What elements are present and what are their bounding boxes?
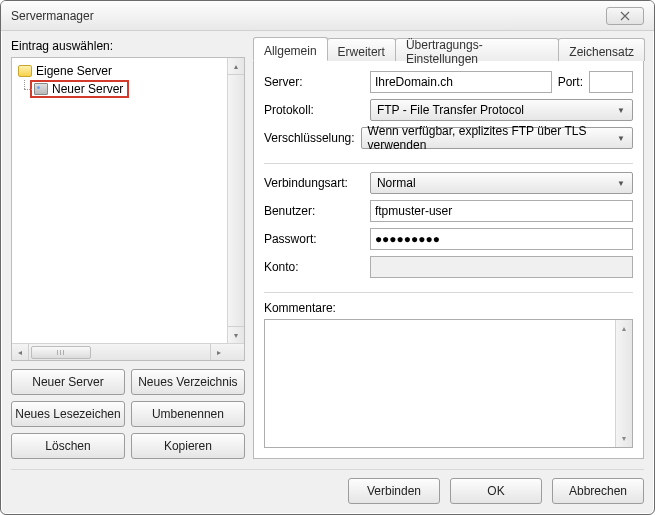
tab-general[interactable]: Allgemein	[253, 37, 328, 61]
server-icon	[34, 83, 48, 95]
tab-transfer-settings[interactable]: Übertragungs-Einstellungen	[395, 38, 559, 61]
close-icon	[619, 11, 631, 21]
server-tree-container: Eigene Server Neuer Server ▴ ▾	[11, 57, 245, 361]
servermanager-window: Servermanager Eintrag auswählen: Eigene …	[0, 0, 655, 515]
delete-button[interactable]: Löschen	[11, 433, 125, 459]
scroll-right-icon[interactable]: ▸	[210, 344, 227, 360]
connection-type-value: Normal	[377, 176, 416, 190]
connection-type-select[interactable]: Normal ▼	[370, 172, 633, 194]
chevron-down-icon: ▼	[614, 100, 628, 120]
tree-horizontal-scrollbar[interactable]: ◂ III ▸	[12, 343, 244, 360]
scroll-down-icon[interactable]: ▾	[616, 430, 632, 447]
password-input[interactable]	[370, 228, 633, 250]
selected-highlight: Neuer Server	[30, 80, 129, 98]
ok-button[interactable]: OK	[450, 478, 542, 504]
server-input[interactable]	[370, 71, 552, 93]
scroll-up-icon[interactable]: ▴	[228, 58, 244, 75]
separator	[264, 292, 633, 293]
tab-charset[interactable]: Zeichensatz	[558, 38, 645, 61]
comments-label: Kommentare:	[264, 301, 633, 315]
encryption-value: Wenn verfügbar, explizites FTP über TLS …	[368, 124, 614, 152]
scroll-down-icon[interactable]: ▾	[228, 326, 244, 343]
copy-button[interactable]: Kopieren	[131, 433, 245, 459]
user-input[interactable]	[370, 200, 633, 222]
rename-button[interactable]: Umbenennen	[131, 401, 245, 427]
window-title: Servermanager	[11, 1, 94, 31]
separator	[264, 163, 633, 164]
tree-item-label: Neuer Server	[52, 82, 123, 96]
footer-separator	[11, 469, 644, 470]
scroll-left-icon[interactable]: ◂	[12, 344, 29, 360]
connect-button[interactable]: Verbinden	[348, 478, 440, 504]
new-server-button[interactable]: Neuer Server	[11, 369, 125, 395]
tab-bar: Allgemein Erweitert Übertragungs-Einstel…	[253, 37, 644, 61]
tab-advanced[interactable]: Erweitert	[327, 38, 396, 61]
protocol-label: Protokoll:	[264, 103, 364, 117]
comments-textarea[interactable]: ▴ ▾	[264, 319, 633, 448]
protocol-value: FTP - File Transfer Protocol	[377, 103, 524, 117]
dialog-footer: Verbinden OK Abbrechen	[11, 478, 644, 504]
server-label: Server:	[264, 75, 364, 89]
scroll-up-icon[interactable]: ▴	[616, 320, 632, 337]
connection-type-label: Verbindungsart:	[264, 176, 364, 190]
tree-item-new-server[interactable]: Neuer Server	[14, 80, 242, 98]
chevron-down-icon: ▼	[614, 173, 628, 193]
tree-root-label: Eigene Server	[36, 64, 112, 78]
titlebar: Servermanager	[1, 1, 654, 31]
close-button[interactable]	[606, 7, 644, 25]
hscroll-thumb[interactable]: III	[31, 346, 91, 359]
encryption-label: Verschlüsselung:	[264, 131, 355, 145]
tree-root-own-servers[interactable]: Eigene Server	[14, 62, 242, 80]
account-label: Konto:	[264, 260, 364, 274]
protocol-select[interactable]: FTP - File Transfer Protocol ▼	[370, 99, 633, 121]
cancel-button[interactable]: Abbrechen	[552, 478, 644, 504]
new-folder-button[interactable]: Neues Verzeichnis	[131, 369, 245, 395]
port-input[interactable]	[589, 71, 633, 93]
left-panel: Eintrag auswählen: Eigene Server Neuer S…	[11, 37, 245, 459]
encryption-select[interactable]: Wenn verfügbar, explizites FTP über TLS …	[361, 127, 633, 149]
folder-icon	[18, 65, 32, 77]
password-label: Passwort:	[264, 232, 364, 246]
account-input[interactable]	[370, 256, 633, 278]
tree-vertical-scrollbar[interactable]: ▴ ▾	[227, 58, 244, 343]
user-label: Benutzer:	[264, 204, 364, 218]
select-entry-label: Eintrag auswählen:	[11, 39, 245, 53]
comments-scrollbar[interactable]: ▴ ▾	[615, 320, 632, 447]
tree-buttons: Neuer Server Neues Verzeichnis Neues Les…	[11, 369, 245, 459]
chevron-down-icon: ▼	[614, 128, 628, 148]
right-panel: Allgemein Erweitert Übertragungs-Einstel…	[253, 37, 644, 459]
new-bookmark-button[interactable]: Neues Lesezeichen	[11, 401, 125, 427]
tab-page-general: Server: Port: Protokoll: FTP - File Tran…	[253, 61, 644, 459]
port-label: Port:	[558, 75, 583, 89]
server-tree[interactable]: Eigene Server Neuer Server	[12, 58, 244, 360]
